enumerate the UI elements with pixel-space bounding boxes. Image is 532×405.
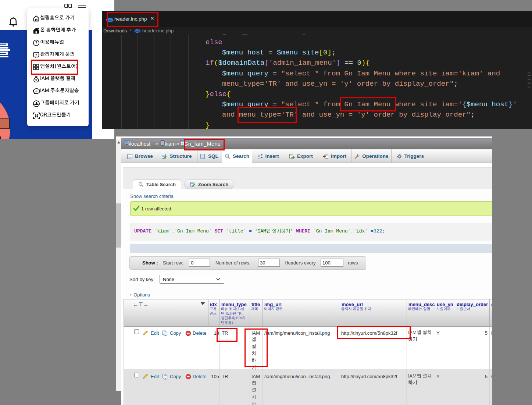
svg-text:S: S xyxy=(35,78,38,82)
svg-text:php: php xyxy=(135,30,140,33)
svg-text:?: ? xyxy=(35,40,38,45)
svg-text:?: ? xyxy=(35,53,38,57)
